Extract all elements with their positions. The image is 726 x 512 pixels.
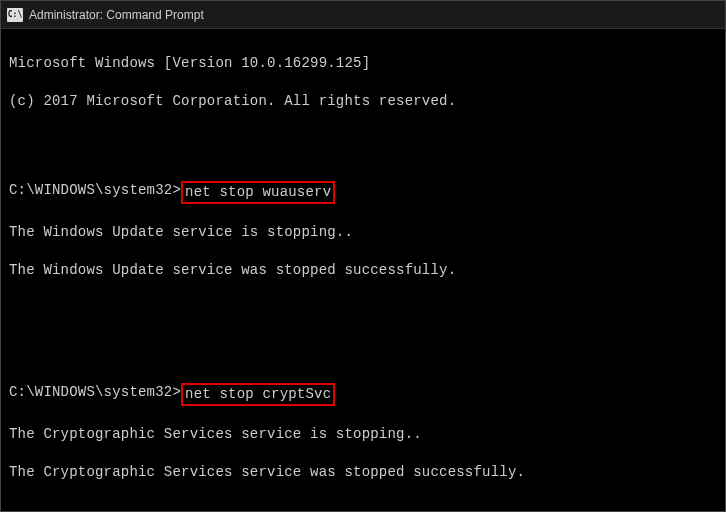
output-line: The Cryptographic Services service is st… (9, 425, 717, 444)
blank-line (9, 501, 717, 512)
prompt: C:\WINDOWS\system32> (9, 181, 181, 200)
command-line: C:\WINDOWS\system32>net stop wuauserv (9, 181, 717, 204)
command-line: C:\WINDOWS\system32>net stop cryptSvc (9, 383, 717, 406)
terminal-output[interactable]: Microsoft Windows [Version 10.0.16299.12… (1, 29, 725, 512)
blank-line (9, 299, 717, 313)
header-line: Microsoft Windows [Version 10.0.16299.12… (9, 54, 717, 73)
output-line: The Windows Update service is stopping.. (9, 223, 717, 242)
window-titlebar[interactable]: C:\ Administrator: Command Prompt (1, 1, 725, 29)
prompt: C:\WINDOWS\system32> (9, 383, 181, 402)
output-line: The Windows Update service was stopped s… (9, 261, 717, 280)
output-line: The Cryptographic Services service was s… (9, 463, 717, 482)
blank-line (9, 129, 717, 143)
blank-line (9, 331, 717, 345)
highlighted-command: net stop wuauserv (181, 181, 335, 204)
window-title: Administrator: Command Prompt (29, 8, 204, 22)
cmd-icon: C:\ (7, 8, 23, 22)
highlighted-command: net stop cryptSvc (181, 383, 335, 406)
header-line: (c) 2017 Microsoft Corporation. All righ… (9, 92, 717, 111)
